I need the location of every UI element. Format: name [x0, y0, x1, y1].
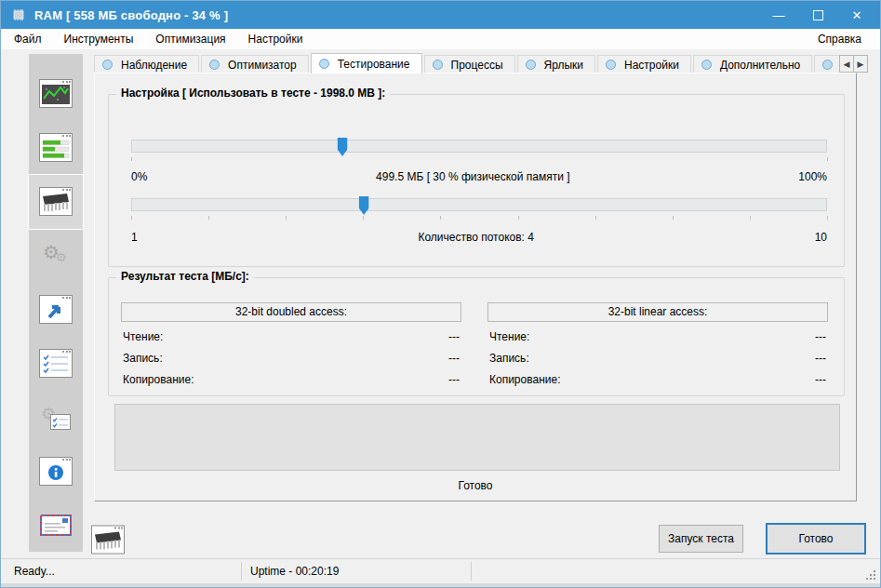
resize-grip[interactable]	[865, 569, 876, 581]
window-title: RAM [ 558 МБ свободно - 34 % ]	[34, 8, 228, 22]
run-test-button[interactable]: Запуск теста	[659, 525, 743, 553]
result-value: ---	[448, 352, 460, 365]
status-divider	[471, 562, 472, 581]
ram-chip-icon	[10, 7, 27, 23]
gear-checklist-icon: ⚙	[39, 403, 73, 432]
tab-circle-icon	[102, 60, 113, 70]
tab-label: Тестирование	[338, 58, 410, 71]
result-value: ---	[448, 330, 460, 343]
memory-max-label: 100%	[798, 170, 827, 183]
threads-max-label: 10	[815, 231, 827, 244]
result-label: Копирование:	[489, 373, 560, 386]
status-uptime-text: Uptime - 00:20:19	[250, 565, 339, 578]
doubled-access-header: 32-bit doubled access:	[121, 302, 461, 322]
done-button[interactable]: Готово	[766, 523, 866, 555]
status-bar: Ready... Uptime - 00:20:19	[1, 558, 880, 583]
sidebar: ⚙⚙ ⚙	[29, 54, 83, 552]
menu-help[interactable]: Справка	[808, 30, 871, 48]
result-value: ---	[815, 330, 826, 343]
sidebar-item-additional[interactable]: ⚙	[29, 390, 83, 444]
maximize-button[interactable]	[798, 1, 837, 29]
test-progress-panel	[114, 404, 840, 471]
result-label: Запись:	[489, 352, 529, 365]
sidebar-item-processes[interactable]: ⚙⚙	[29, 229, 83, 283]
results-group-title: Результат теста [МБ/с]:	[116, 270, 254, 283]
memory-slider[interactable]	[131, 140, 827, 153]
result-label: Копирование:	[123, 373, 194, 386]
sidebar-item-information[interactable]	[29, 444, 83, 498]
result-row: Запись:---	[487, 352, 828, 365]
sidebar-item-monitoring[interactable]	[29, 67, 83, 121]
result-value: ---	[448, 373, 460, 386]
app-window: RAM [ 558 МБ свободно - 34 % ] — ✕ Файл …	[0, 0, 881, 588]
maximize-icon	[813, 10, 823, 20]
menu-optimization[interactable]: Оптимизация	[146, 30, 234, 48]
tab-scroll-right-icon[interactable]: ▶	[853, 55, 868, 73]
threads-value-label: Количество потоков: 4	[418, 231, 534, 244]
chart-monitor-icon	[39, 79, 73, 108]
title-bar[interactable]: RAM [ 558 МБ свободно - 34 % ] — ✕	[1, 1, 880, 29]
linear-access-header: 32-bit linear access:	[487, 302, 828, 322]
result-label: Запись:	[123, 352, 163, 365]
footer-ram-chip-icon[interactable]	[91, 524, 125, 555]
result-row: Запись:---	[121, 352, 461, 365]
result-row: Чтение:---	[121, 330, 461, 343]
testing-tab-panel: Настройка [ Использовать в тесте - 1998.…	[94, 73, 857, 501]
sidebar-item-settings[interactable]	[29, 336, 83, 390]
result-row: Копирование:---	[487, 373, 828, 386]
menu-bar: Файл Инструменты Оптимизация Настройки С…	[1, 29, 880, 50]
tab-optimizer[interactable]: Оптимизатор	[201, 55, 309, 74]
tab-circle-icon	[319, 59, 329, 69]
result-label: Чтение:	[489, 330, 529, 343]
tab-scroll-left-icon[interactable]: ◀	[839, 55, 854, 73]
mail-icon	[39, 511, 73, 540]
minimize-button[interactable]: —	[759, 1, 798, 29]
tab-circle-icon	[526, 60, 536, 70]
settings-groupbox: Настройка [ Использовать в тесте - 1998.…	[108, 94, 845, 267]
tab-label: Дополнительно	[720, 59, 800, 72]
tab-settings[interactable]: Настройки	[597, 55, 691, 74]
threads-slider-ticks	[131, 216, 827, 220]
test-status-text: Готово	[95, 479, 856, 492]
threads-slider-thumb[interactable]	[359, 196, 369, 215]
threads-slider[interactable]	[131, 198, 827, 211]
memory-value-label: 499.5 МБ [ 30 % физической памяти ]	[376, 170, 570, 183]
result-value: ---	[815, 352, 826, 365]
tab-monitoring[interactable]: Наблюдение	[94, 55, 199, 74]
sidebar-item-optimizer[interactable]	[29, 121, 83, 175]
tab-label: Ярлыки	[544, 59, 584, 72]
tab-circle-icon	[822, 60, 833, 70]
tab-circle-icon	[209, 60, 220, 70]
tab-label: Наблюдение	[121, 59, 187, 72]
result-label: Чтение:	[123, 330, 163, 343]
sidebar-item-shortcuts[interactable]	[29, 283, 83, 337]
close-button[interactable]: ✕	[837, 1, 876, 29]
memory-slider-thumb[interactable]	[338, 138, 348, 156]
ram-chip-window-icon	[39, 187, 73, 216]
menu-settings[interactable]: Настройки	[239, 30, 313, 48]
tab-circle-icon	[433, 60, 443, 70]
window-bottom-shadow	[1, 583, 880, 587]
result-value: ---	[815, 373, 826, 386]
tab-additional[interactable]: Дополнительно	[693, 55, 812, 74]
menu-file[interactable]: Файл	[5, 30, 51, 48]
tab-label: Настройки	[624, 59, 679, 72]
tab-circle-icon	[606, 60, 616, 70]
menu-tools[interactable]: Инструменты	[55, 30, 143, 48]
settings-group-title: Настройка [ Использовать в тесте - 1998.…	[116, 87, 390, 100]
tab-processes[interactable]: Процессы	[424, 55, 515, 74]
status-ready-text: Ready...	[14, 565, 55, 578]
sidebar-item-testing[interactable]	[29, 175, 83, 229]
checklist-icon	[39, 349, 73, 378]
linear-access-column: 32-bit linear access: Чтение:--- Запись:…	[487, 302, 828, 386]
tab-label: Процессы	[451, 59, 503, 72]
doubled-access-column: 32-bit doubled access: Чтение:--- Запись…	[121, 302, 461, 386]
tab-testing[interactable]: Тестирование	[311, 53, 422, 74]
result-row: Копирование:---	[121, 373, 461, 386]
tab-strip: Наблюдение Оптимизатор Тестирование Проц…	[94, 53, 868, 74]
threads-min-label: 1	[131, 231, 138, 244]
memory-min-label: 0%	[131, 170, 147, 183]
tab-shortcuts[interactable]: Ярлыки	[517, 55, 596, 74]
sidebar-item-contact[interactable]	[29, 498, 83, 552]
tab-label: Оптимизатор	[228, 59, 297, 72]
